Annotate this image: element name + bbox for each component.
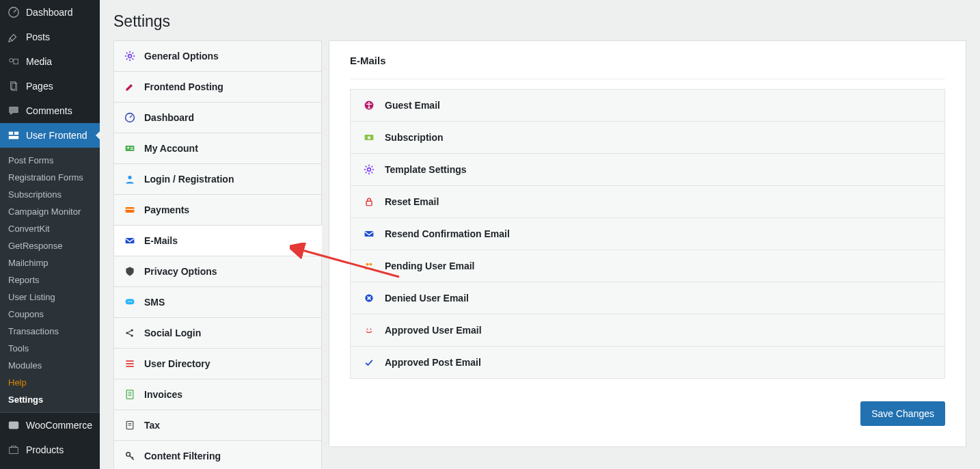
settings-tab-content-filtering[interactable]: Content Filtering [113, 440, 322, 469]
settings-tab-list: General OptionsFrontend PostingDashboard… [113, 40, 322, 469]
sub-settings[interactable]: Settings [0, 391, 100, 408]
menu-products[interactable]: Products [0, 438, 100, 462]
email-row-subscription[interactable]: Subscription [350, 121, 945, 154]
settings-tab-social-login[interactable]: Social Login [113, 317, 322, 349]
sub-reports[interactable]: Reports [0, 271, 100, 289]
sub-mailchimp[interactable]: Mailchimp [0, 254, 100, 271]
media-icon [7, 55, 21, 68]
email-settings-list: Guest EmailSubscriptionTemplate Settings… [350, 89, 945, 379]
smile-icon [363, 324, 375, 336]
key-icon [124, 450, 136, 462]
svg-point-48 [126, 453, 131, 457]
products-icon [7, 443, 21, 457]
tax-icon [124, 419, 136, 431]
email-row-resend-confirmation-email[interactable]: Resend Confirmation Email [350, 217, 945, 250]
svg-rect-5 [9, 132, 13, 135]
svg-line-19 [133, 59, 134, 60]
sub-post-forms[interactable]: Post Forms [0, 152, 100, 169]
svg-rect-8 [9, 422, 18, 429]
menu-user-frontend[interactable]: User Frontend [0, 123, 100, 148]
svg-rect-30 [126, 238, 135, 243]
settings-tab-general-options[interactable]: General Options [113, 40, 322, 72]
sub-coupons[interactable]: Coupons [0, 306, 100, 323]
sub-convertkit[interactable]: ConvertKit [0, 220, 100, 237]
svg-point-53 [368, 168, 371, 172]
settings-tab-payments[interactable]: Payments [113, 194, 322, 226]
card-icon [124, 204, 136, 216]
svg-line-21 [133, 53, 134, 54]
settings-tab-my-account[interactable]: My Account [113, 133, 322, 164]
settings-tab-frontend-posting[interactable]: Frontend Posting [113, 71, 322, 103]
settings-tab-user-directory[interactable]: User Directory [113, 348, 322, 379]
menu-label: Comments [26, 105, 72, 116]
svg-rect-39 [126, 363, 133, 364]
svg-rect-62 [366, 201, 372, 205]
page-icon [7, 79, 21, 93]
email-row-guest-email[interactable]: Guest Email [350, 89, 945, 122]
menu-label: Media [26, 56, 52, 67]
menu-pages[interactable]: Pages [0, 74, 100, 98]
svg-rect-26 [131, 149, 133, 150]
menu-posts[interactable]: Posts [0, 25, 100, 49]
row-label: Guest Email [385, 100, 440, 111]
save-changes-button[interactable]: Save Changes [860, 401, 945, 426]
email-row-approved-user-email[interactable]: Approved User Email [350, 314, 945, 347]
settings-tab-tax[interactable]: Tax [113, 410, 322, 441]
menu-woocommerce[interactable]: WooCommerce [0, 413, 100, 438]
email-row-pending-user-email[interactable]: Pending User Email [350, 250, 945, 282]
user-icon [124, 173, 136, 185]
row-label: Approved User Email [385, 325, 482, 336]
menu-comments[interactable]: Comments [0, 98, 100, 123]
sub-modules[interactable]: Modules [0, 357, 100, 374]
email-row-reset-email[interactable]: Reset Email [350, 185, 945, 218]
lock-icon [363, 196, 375, 208]
sub-help[interactable]: Help [0, 374, 100, 391]
svg-rect-6 [14, 132, 18, 135]
sub-subscriptions[interactable]: Subscriptions [0, 186, 100, 203]
sub-registration-forms[interactable]: Registration Forms [0, 169, 100, 186]
page-title: Settings [113, 7, 966, 40]
sub-campaign-monitor[interactable]: Campaign Monitor [0, 203, 100, 220]
svg-point-68 [370, 328, 371, 330]
tab-label: SMS [144, 297, 165, 308]
sub-user-listing[interactable]: User Listing [0, 289, 100, 306]
menu-dashboard[interactable]: Dashboard [0, 0, 100, 25]
sub-transactions[interactable]: Transactions [0, 323, 100, 340]
menu-label: WooCommerce [26, 420, 92, 431]
sub-getresponse[interactable]: GetResponse [0, 237, 100, 254]
id-card-icon [124, 142, 136, 155]
tab-label: Payments [144, 204, 189, 215]
menu-label: Posts [26, 31, 50, 42]
dashboard-icon [7, 5, 21, 19]
svg-line-60 [366, 172, 367, 174]
email-row-template-settings[interactable]: Template Settings [350, 153, 945, 186]
settings-tab-login-registration[interactable]: Login / Registration [113, 163, 322, 195]
svg-line-61 [372, 166, 373, 168]
list-icon [124, 358, 136, 370]
svg-line-59 [372, 172, 373, 174]
user-frontend-icon [7, 129, 21, 142]
svg-point-13 [128, 55, 132, 58]
svg-rect-29 [126, 209, 135, 210]
mail-icon [363, 228, 375, 240]
main-content: Settings General OptionsFrontend Posting… [100, 0, 980, 469]
gear-icon [363, 163, 375, 176]
arrow-annotation-icon [290, 243, 406, 284]
row-label: Template Settings [385, 164, 467, 175]
sub-tools[interactable]: Tools [0, 340, 100, 357]
row-label: Resend Confirmation Email [385, 228, 510, 239]
svg-rect-38 [126, 360, 133, 362]
star-card-icon [363, 131, 375, 144]
tab-label: Login / Registration [144, 174, 234, 185]
settings-tab-dashboard[interactable]: Dashboard [113, 102, 322, 133]
wp-admin-menu: Dashboard Posts Media Pages Comments Use… [0, 0, 100, 469]
email-row-approved-post-email[interactable]: Approved Post Email [350, 346, 945, 379]
menu-media[interactable]: Media [0, 49, 100, 74]
tab-label: General Options [144, 51, 219, 62]
email-row-denied-user-email[interactable]: Denied User Email [350, 282, 945, 314]
svg-point-34 [131, 301, 133, 302]
settings-tab-invoices[interactable]: Invoices [113, 379, 322, 410]
menu-analytics[interactable]: Analytics [0, 462, 100, 469]
svg-rect-40 [126, 366, 133, 367]
settings-tab-sms[interactable]: SMS [113, 286, 322, 318]
